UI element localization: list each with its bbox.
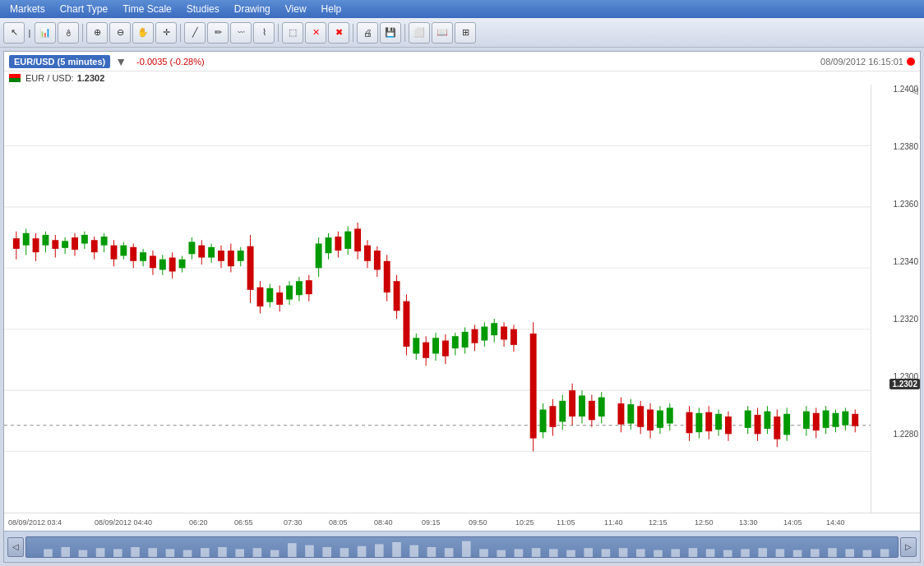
svg-rect-175 <box>96 548 105 557</box>
svg-rect-136 <box>657 411 663 428</box>
zoom-in-btn[interactable]: ⊕ <box>86 22 108 44</box>
menu-drawing[interactable]: Drawing <box>228 2 277 16</box>
svg-rect-112 <box>530 334 537 439</box>
svg-rect-36 <box>150 255 156 268</box>
svg-rect-219 <box>863 550 872 556</box>
menu-chart-type[interactable]: Chart Type <box>53 2 114 16</box>
svg-rect-60 <box>266 288 273 302</box>
dropdown-arrow[interactable]: ▼ <box>115 55 127 68</box>
bar-chart-btn[interactable]: 📊 <box>35 22 56 44</box>
svg-rect-164 <box>823 411 829 428</box>
svg-rect-216 <box>811 549 820 557</box>
svg-rect-179 <box>166 549 175 557</box>
scrollbar-area: ◁ <box>4 531 920 562</box>
svg-rect-56 <box>247 246 254 290</box>
clear-btn[interactable]: ⬚ <box>282 22 303 44</box>
svg-rect-30 <box>120 246 127 256</box>
svg-rect-98 <box>452 336 459 348</box>
price-pair-label: EUR / USD: <box>25 73 74 83</box>
svg-rect-96 <box>442 341 449 357</box>
arrow-tool-btn[interactable]: ↖ <box>3 22 25 44</box>
toolbar: ↖ | 📊 🕯 ⊕ ⊖ ✋ ✛ ╱ ✏ 〰 ⌇ ⬚ ✕ ✖ 🖨 💾 ⬜ 📖 ⊞ <box>0 18 924 48</box>
candlestick-area[interactable] <box>4 85 871 513</box>
svg-rect-90 <box>413 338 419 353</box>
svg-rect-193 <box>409 545 418 556</box>
menu-markets[interactable]: Markets <box>3 2 52 16</box>
collapse-axis-btn[interactable]: ◁ <box>912 86 918 95</box>
draw-tool-btn[interactable]: ✏ <box>207 22 229 44</box>
delete2-btn[interactable]: ✖ <box>328 22 349 44</box>
time-label-15: 14:05 <box>783 518 802 527</box>
svg-rect-26 <box>101 237 108 246</box>
svg-rect-72 <box>326 237 332 253</box>
svg-rect-52 <box>228 251 234 266</box>
svg-rect-174 <box>79 550 88 556</box>
candlestick-chart[interactable] <box>4 85 871 513</box>
menu-studies[interactable]: Studies <box>180 2 226 16</box>
svg-rect-140 <box>686 412 693 434</box>
chart-symbol-badge[interactable]: EUR/USD (5 minutes) <box>9 55 110 68</box>
draw3-btn[interactable]: ⌇ <box>253 22 275 44</box>
price-label-4: 1.2340 <box>893 257 918 266</box>
svg-rect-202 <box>566 550 575 556</box>
chart-area[interactable]: 1.2400 1.2380 1.2360 1.2340 1.2320 1.230… <box>4 85 920 513</box>
svg-rect-74 <box>335 237 341 251</box>
price-axis: 1.2400 1.2380 1.2360 1.2340 1.2320 1.230… <box>871 85 920 513</box>
svg-rect-146 <box>715 414 722 430</box>
svg-rect-104 <box>481 327 487 341</box>
time-label-9: 10:25 <box>515 518 534 527</box>
svg-rect-201 <box>549 549 558 557</box>
sep3 <box>278 24 279 42</box>
svg-rect-189 <box>340 548 349 557</box>
time-label-3: 06:55 <box>234 518 253 527</box>
time-label-13: 12:50 <box>695 518 714 527</box>
book-btn[interactable]: 📖 <box>432 22 453 44</box>
svg-rect-210 <box>706 549 715 557</box>
layout-btn[interactable]: ⊞ <box>455 22 476 44</box>
svg-rect-32 <box>130 247 136 261</box>
delete-btn[interactable]: ✕ <box>305 22 326 44</box>
time-label-7: 09:15 <box>422 518 441 527</box>
scrollbar-track[interactable] <box>25 536 899 558</box>
svg-rect-192 <box>392 542 401 557</box>
svg-rect-20 <box>72 237 78 250</box>
crosshair-btn[interactable]: ✛ <box>155 22 177 44</box>
menu-help[interactable]: Help <box>315 2 349 16</box>
svg-rect-170 <box>852 414 858 426</box>
time-label-14: 13:30 <box>739 518 758 527</box>
scroll-left-btn[interactable]: ◁ <box>7 537 24 557</box>
candle-btn[interactable]: 🕯 <box>58 22 79 44</box>
separator-btn[interactable]: | <box>26 22 33 44</box>
svg-rect-204 <box>602 549 611 557</box>
draw2-btn[interactable]: 〰 <box>230 22 252 44</box>
svg-rect-200 <box>532 548 541 557</box>
svg-rect-208 <box>671 549 680 557</box>
sep4 <box>353 24 353 42</box>
line-draw-btn[interactable]: ╱ <box>184 22 206 44</box>
svg-rect-24 <box>91 240 98 252</box>
frame-btn[interactable]: ⬜ <box>409 22 430 44</box>
svg-rect-48 <box>208 247 215 258</box>
svg-rect-114 <box>540 410 547 433</box>
svg-rect-66 <box>296 281 303 295</box>
chart-change: -0.0035 (-0.28%) <box>136 57 205 67</box>
scroll-right-btn[interactable]: ▷ <box>900 537 917 557</box>
svg-rect-130 <box>627 404 634 423</box>
svg-rect-22 <box>81 235 88 244</box>
svg-rect-158 <box>783 414 790 435</box>
svg-rect-162 <box>813 413 820 430</box>
svg-rect-100 <box>462 332 469 347</box>
save-btn[interactable]: 💾 <box>380 22 401 44</box>
print-btn[interactable]: 🖨 <box>357 22 378 44</box>
menu-view[interactable]: View <box>279 2 313 16</box>
svg-rect-220 <box>880 549 889 557</box>
menu-time-scale[interactable]: Time Scale <box>116 2 178 16</box>
svg-rect-42 <box>179 260 186 269</box>
svg-rect-160 <box>803 412 810 429</box>
pan-btn[interactable]: ✋ <box>132 22 154 44</box>
zoom-out-btn[interactable]: ⊖ <box>109 22 131 44</box>
svg-rect-28 <box>111 246 118 260</box>
svg-rect-86 <box>394 281 400 311</box>
svg-rect-187 <box>305 545 314 556</box>
svg-rect-183 <box>235 549 244 557</box>
